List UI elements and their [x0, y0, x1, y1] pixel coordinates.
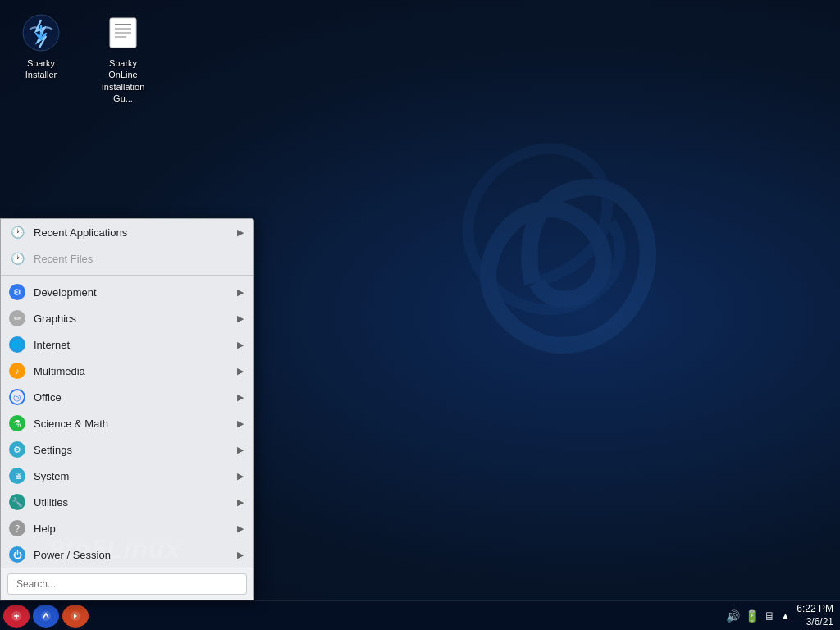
internet-label: Internet — [34, 339, 237, 351]
system-icon: 🖥 — [9, 468, 25, 484]
recent-files-label: Recent Files — [34, 253, 244, 265]
development-item[interactable]: ⚙ Development ▶ — [1, 279, 253, 305]
office-icon: ◎ — [9, 389, 25, 405]
recent-applications-label: Recent Applications — [34, 226, 237, 239]
graphics-item[interactable]: ✏ Graphics ▶ — [1, 305, 253, 331]
system-label: System — [34, 470, 237, 482]
graphics-label: Graphics — [34, 313, 237, 325]
recent-app-icon: 🕐 — [9, 224, 25, 240]
power-icon: ⏻ — [9, 546, 25, 563]
volume-icon[interactable]: 🔊 — [726, 609, 740, 623]
help-label: Help — [34, 523, 237, 535]
science-math-item[interactable]: ⚗ Science & Math ▶ — [1, 410, 253, 436]
help-item[interactable]: ? Help ▶ — [1, 515, 253, 541]
clock-time: 6:22 PM — [797, 603, 833, 616]
taskbar: 🔊 🔋 🖥 ▲ 6:22 PM 3/6/21 — [0, 600, 840, 630]
sparky-online-label: Sparky OnLineInstallation Gu... — [95, 57, 151, 104]
system-item[interactable]: 🖥 System ▶ — [1, 463, 253, 489]
orange-taskbar-button[interactable] — [62, 605, 89, 628]
battery-icon[interactable]: 🔋 — [745, 609, 759, 623]
multimedia-arrow: ▶ — [237, 366, 244, 377]
search-input[interactable] — [7, 573, 247, 595]
bg-swirl — [348, 98, 717, 468]
utilities-label: Utilities — [34, 496, 237, 509]
utilities-item[interactable]: 🔧 Utilities ▶ — [1, 489, 253, 515]
orange-btn-icon — [69, 609, 82, 623]
desktop-icons-container: Sparky Installer Sparky OnLineInstallati… — [8, 8, 156, 109]
graphics-icon: ✏ — [9, 310, 25, 326]
multimedia-icon: ♪ — [9, 363, 25, 379]
taskbar-right: 🔊 🔋 🖥 ▲ 6:22 PM 3/6/21 — [726, 603, 840, 628]
desktop: Sparky Installer Sparky OnLineInstallati… — [0, 0, 840, 630]
power-session-arrow: ▶ — [237, 550, 244, 560]
sparky-installer-icon[interactable]: Sparky Installer — [8, 8, 74, 109]
development-arrow: ▶ — [237, 287, 244, 298]
clock-display[interactable]: 6:22 PM 3/6/21 — [797, 603, 833, 628]
help-arrow: ▶ — [237, 523, 244, 534]
science-icon: ⚗ — [9, 415, 25, 431]
graphics-arrow: ▶ — [237, 313, 244, 324]
office-arrow: ▶ — [237, 392, 244, 403]
science-math-arrow: ▶ — [237, 418, 244, 429]
tray-arrow-icon[interactable]: ▲ — [780, 610, 790, 622]
utilities-icon: 🔧 — [9, 494, 25, 510]
power-session-label: Power / Session — [34, 549, 237, 561]
development-icon: ⚙ — [9, 284, 25, 300]
recent-app-arrow: ▶ — [237, 227, 244, 238]
office-label: Office — [34, 391, 237, 404]
power-session-item[interactable]: ⏻ Power / Session ▶ — [1, 541, 253, 568]
recent-applications-item[interactable]: 🕐 Recent Applications ▶ — [1, 219, 253, 245]
red-taskbar-button[interactable] — [3, 605, 30, 628]
help-icon: ? — [9, 520, 25, 536]
office-item[interactable]: ◎ Office ▶ — [1, 384, 253, 410]
development-label: Development — [34, 286, 237, 299]
settings-item[interactable]: ⚙ Settings ▶ — [1, 436, 253, 463]
clock-date: 3/6/21 — [797, 616, 833, 629]
sparky-online-icon[interactable]: Sparky OnLineInstallation Gu... — [90, 8, 156, 109]
settings-arrow: ▶ — [237, 445, 244, 455]
utilities-arrow: ▶ — [237, 497, 244, 508]
blue-btn-icon — [39, 609, 52, 623]
science-math-label: Science & Math — [34, 418, 237, 430]
internet-item[interactable]: 🌐 Internet ▶ — [1, 331, 253, 358]
sparky-installer-image — [21, 13, 61, 52]
settings-icon: ⚙ — [9, 441, 25, 458]
multimedia-label: Multimedia — [34, 365, 237, 377]
start-menu: 🕐 Recent Applications ▶ 🕐 Recent Files ⚙… — [0, 218, 254, 600]
search-bar — [1, 568, 253, 600]
red-btn-icon — [10, 609, 23, 623]
internet-icon: 🌐 — [9, 336, 25, 353]
recent-files-icon: 🕐 — [9, 250, 25, 267]
sparky-installer-label: Sparky Installer — [13, 57, 69, 81]
menu-divider-1 — [1, 275, 253, 276]
network-icon[interactable]: 🖥 — [764, 609, 775, 623]
multimedia-item[interactable]: ♪ Multimedia ▶ — [1, 358, 253, 384]
sparky-online-image — [103, 13, 143, 52]
taskbar-left — [0, 605, 89, 628]
system-arrow: ▶ — [237, 471, 244, 482]
recent-files-item: 🕐 Recent Files — [1, 245, 253, 272]
blue-taskbar-button[interactable] — [33, 605, 59, 628]
internet-arrow: ▶ — [237, 340, 244, 350]
system-tray: 🔊 🔋 🖥 ▲ — [726, 609, 790, 623]
settings-label: Settings — [34, 444, 237, 456]
